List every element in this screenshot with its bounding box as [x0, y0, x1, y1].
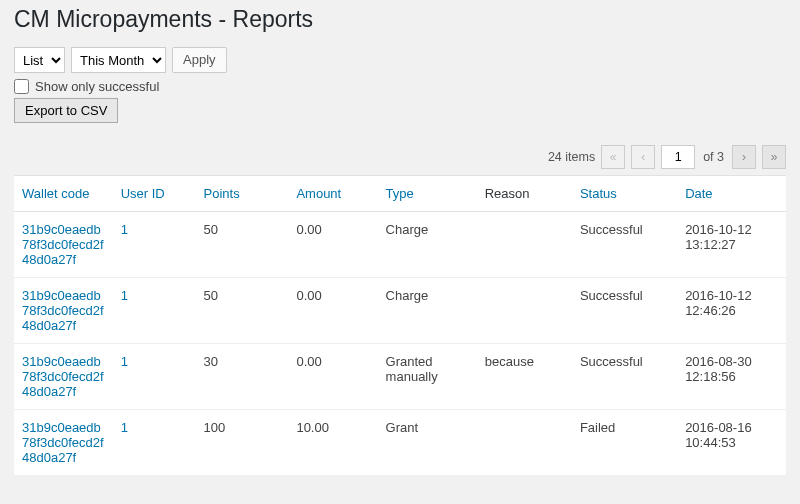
cell-amount: 0.00 — [288, 344, 377, 410]
show-successful-label: Show only successful — [35, 79, 159, 94]
user-link[interactable]: 1 — [121, 288, 128, 303]
page-title: CM Micropayments - Reports — [14, 6, 786, 33]
wallet-link[interactable]: 31b9c0eaedb78f3dc0fecd2f48d0a27f — [22, 420, 104, 465]
page-first-button[interactable]: « — [601, 145, 625, 169]
table-row: 31b9c0eaedb78f3dc0fecd2f48d0a27f 1 50 0.… — [14, 212, 786, 278]
cell-amount: 10.00 — [288, 410, 377, 476]
view-select[interactable]: List — [14, 47, 65, 73]
cell-type: Granted manually — [378, 344, 477, 410]
cell-type: Grant — [378, 410, 477, 476]
apply-button[interactable]: Apply — [172, 47, 227, 73]
cell-points: 100 — [196, 410, 289, 476]
show-successful-row[interactable]: Show only successful — [14, 79, 786, 94]
table-row: 31b9c0eaedb78f3dc0fecd2f48d0a27f 1 30 0.… — [14, 344, 786, 410]
table-row: 31b9c0eaedb78f3dc0fecd2f48d0a27f 1 50 0.… — [14, 278, 786, 344]
cell-reason — [477, 410, 572, 476]
filter-bar: List This Month Apply — [14, 47, 786, 73]
col-wallet[interactable]: Wallet code — [14, 176, 113, 212]
range-select[interactable]: This Month — [71, 47, 166, 73]
col-user[interactable]: User ID — [113, 176, 196, 212]
wallet-link[interactable]: 31b9c0eaedb78f3dc0fecd2f48d0a27f — [22, 354, 104, 399]
reports-table: Wallet code User ID Points Amount Type R… — [14, 175, 786, 475]
col-type[interactable]: Type — [378, 176, 477, 212]
cell-status: Successful — [572, 344, 677, 410]
table-row: 31b9c0eaedb78f3dc0fecd2f48d0a27f 1 100 1… — [14, 410, 786, 476]
user-link[interactable]: 1 — [121, 420, 128, 435]
cell-reason — [477, 212, 572, 278]
table-header-row: Wallet code User ID Points Amount Type R… — [14, 176, 786, 212]
page-next-button[interactable]: › — [732, 145, 756, 169]
page-number-input[interactable] — [661, 145, 695, 169]
pagination-bar: 24 items « ‹ of 3 › » — [14, 145, 786, 169]
cell-reason: because — [477, 344, 572, 410]
cell-date: 2016-10-12 13:12:27 — [677, 212, 786, 278]
col-date[interactable]: Date — [677, 176, 786, 212]
col-status[interactable]: Status — [572, 176, 677, 212]
cell-points: 50 — [196, 212, 289, 278]
export-csv-button[interactable]: Export to CSV — [14, 98, 118, 123]
user-link[interactable]: 1 — [121, 354, 128, 369]
cell-amount: 0.00 — [288, 278, 377, 344]
show-successful-checkbox[interactable] — [14, 79, 29, 94]
cell-points: 50 — [196, 278, 289, 344]
cell-status: Successful — [572, 212, 677, 278]
wallet-link[interactable]: 31b9c0eaedb78f3dc0fecd2f48d0a27f — [22, 222, 104, 267]
col-reason: Reason — [477, 176, 572, 212]
cell-points: 30 — [196, 344, 289, 410]
cell-date: 2016-10-12 12:46:26 — [677, 278, 786, 344]
item-count: 24 items — [548, 150, 595, 164]
cell-type: Charge — [378, 278, 477, 344]
cell-type: Charge — [378, 212, 477, 278]
col-amount[interactable]: Amount — [288, 176, 377, 212]
page-total-label: of 3 — [701, 150, 726, 164]
col-points[interactable]: Points — [196, 176, 289, 212]
page-last-button[interactable]: » — [762, 145, 786, 169]
cell-date: 2016-08-16 10:44:53 — [677, 410, 786, 476]
page-prev-button[interactable]: ‹ — [631, 145, 655, 169]
wallet-link[interactable]: 31b9c0eaedb78f3dc0fecd2f48d0a27f — [22, 288, 104, 333]
cell-reason — [477, 278, 572, 344]
cell-date: 2016-08-30 12:18:56 — [677, 344, 786, 410]
user-link[interactable]: 1 — [121, 222, 128, 237]
cell-status: Successful — [572, 278, 677, 344]
cell-status: Failed — [572, 410, 677, 476]
cell-amount: 0.00 — [288, 212, 377, 278]
